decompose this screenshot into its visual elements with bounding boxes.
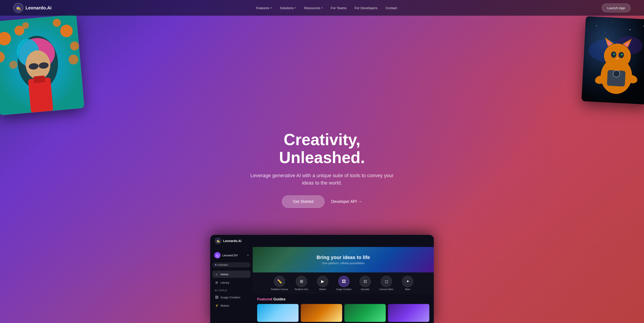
sidebar-username: Leonard DV [222, 254, 246, 257]
ai-tools-section: AI Tools [212, 287, 250, 292]
library-icon: ⊞ [215, 281, 219, 284]
guide-card[interactable] [257, 304, 298, 322]
tool-label: Canvas Editor [380, 288, 394, 290]
tool-label: Realtime Canvas [271, 288, 288, 290]
realtime-canvas-icon: ✏️ [274, 276, 285, 287]
featured-highlight: Featured [257, 297, 272, 301]
banner-subtitle: One platform, infinite possibilities [322, 262, 364, 265]
nav-links: Features ▾ Solutions ▾ Resources ▾ For T… [256, 6, 397, 10]
app-sidebar: L Leonard DV ▾ Unlimited ⌂ Home ⊞ Librar… [210, 247, 253, 323]
nav-features[interactable]: Features ▾ [256, 6, 272, 10]
tool-label: Image Creation [336, 288, 352, 290]
chevron-down-icon: ▾ [247, 254, 249, 257]
image-creation-icon: 🖼 [215, 296, 219, 299]
realtime-gen-icon: ⊞ [296, 276, 307, 287]
tool-label: Motion [319, 288, 326, 290]
nav-for-teams[interactable]: For Teams [331, 6, 346, 10]
launch-app-button[interactable]: Launch App [602, 4, 630, 12]
tool-label: Realtime Gen [295, 288, 308, 290]
featured-rest: Guides [274, 297, 286, 301]
image-creation-icon: 🖼 [338, 276, 350, 287]
guide-cards [257, 304, 429, 322]
sidebar-item-label: Image Creation [220, 296, 240, 299]
motion-icon: ⚡ [215, 304, 219, 307]
upscaler-icon: ⊡ [360, 276, 371, 287]
dev-api-link[interactable]: Developer API → [331, 199, 362, 204]
badge-label: Unlimited [218, 264, 228, 266]
sidebar-item-label: Motion [220, 304, 229, 307]
tool-image-creation[interactable]: 🖼 Image Creation [336, 276, 352, 290]
nav-solutions[interactable]: Solutions ▾ [280, 6, 296, 10]
tool-bar: ✏️ Realtime Canvas ⊞ Realtime Gen ▶ Moti… [253, 272, 434, 294]
home-icon: ⌂ [215, 272, 219, 276]
chevron-icon: ▾ [270, 6, 272, 10]
get-started-button[interactable]: Get Started [282, 196, 324, 208]
sidebar-item-label: Library [220, 281, 230, 284]
hero-buttons: Get Started Developer API → [248, 196, 396, 208]
app-main-content: Bring your ideas to life One platform, i… [253, 247, 434, 323]
sidebar-item-label: Home [220, 273, 228, 276]
guide-card[interactable] [344, 304, 386, 322]
hero-subtitle: Leverage generative AI with a unique sui… [248, 172, 396, 186]
motion-icon: ▶ [317, 276, 328, 287]
app-banner: Bring your ideas to life One platform, i… [253, 247, 434, 272]
sidebar-item-image-creation[interactable]: 🖼 Image Creation [212, 294, 250, 301]
more-icon: ✦ [402, 276, 413, 287]
svg-point-41 [613, 70, 620, 78]
nav-logo[interactable]: 🧙 Leonardo.Ai [14, 3, 52, 13]
badge-dot [215, 264, 216, 266]
logo-text: Leonardo.Ai [26, 5, 52, 10]
app-logo-text: Leonardo.Ai [223, 239, 242, 243]
nav-resources[interactable]: Resources ▾ [304, 6, 323, 10]
tool-label: Upscaler [361, 288, 370, 290]
nav-for-developers[interactable]: For Developers [355, 6, 378, 10]
featured-section: Featured Guides [253, 294, 434, 323]
sidebar-badge: Unlimited [212, 262, 250, 267]
sidebar-item-motion[interactable]: ⚡ Motion [212, 302, 250, 309]
tool-upscaler[interactable]: ⊡ Upscaler [357, 276, 373, 290]
banner-title: Bring your ideas to life [317, 254, 370, 260]
app-header: 🧙 Leonardo.Ai [210, 235, 434, 247]
tool-realtime-canvas[interactable]: ✏️ Realtime Canvas [271, 276, 288, 290]
app-logo-icon: 🧙 [215, 238, 222, 244]
hero-image-right [582, 16, 644, 104]
sidebar-item-library[interactable]: ⊞ Library [212, 279, 250, 286]
avatar: L [214, 252, 220, 258]
tool-canvas-editor[interactable]: ◻ Canvas Editor [378, 276, 394, 290]
sidebar-user[interactable]: L Leonard DV ▾ [212, 250, 250, 260]
canvas-editor-icon: ◻ [381, 276, 392, 287]
svg-rect-18 [33, 76, 45, 83]
hero-content: Creativity, Unleashed. Leverage generati… [244, 131, 400, 208]
chevron-icon: ▾ [295, 6, 296, 10]
sidebar-item-home[interactable]: ⌂ Home [212, 271, 250, 278]
tool-motion[interactable]: ▶ Motion [315, 276, 330, 290]
guide-card[interactable] [301, 304, 342, 322]
tool-more[interactable]: ✦ More [400, 276, 416, 290]
app-preview: 🧙 Leonardo.Ai L Leonard DV ▾ Unlimited ⌂… [210, 235, 434, 323]
hero-image-left [0, 14, 84, 116]
app-layout: L Leonard DV ▾ Unlimited ⌂ Home ⊞ Librar… [210, 247, 434, 323]
featured-title: Featured Guides [257, 297, 429, 301]
chevron-icon: ▾ [321, 6, 323, 10]
logo-icon: 🧙 [14, 3, 23, 13]
tool-label: More [405, 288, 410, 290]
hero-title: Creativity, Unleashed. [248, 131, 396, 166]
nav-contact[interactable]: Contact [386, 6, 397, 10]
guide-card[interactable] [388, 304, 429, 322]
navbar: 🧙 Leonardo.Ai Features ▾ Solutions ▾ Res… [0, 0, 644, 16]
app-logo: 🧙 Leonardo.Ai [215, 238, 242, 244]
tool-realtime-gen[interactable]: ⊞ Realtime Gen [294, 276, 309, 290]
hero-section: Creativity, Unleashed. Leverage generati… [0, 0, 644, 323]
